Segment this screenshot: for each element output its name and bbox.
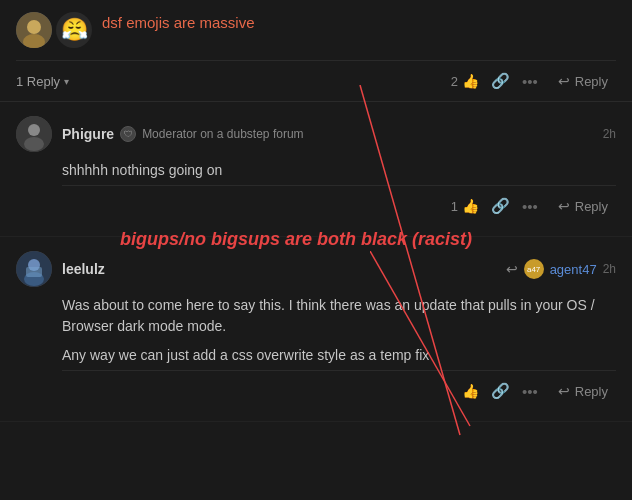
comment-header-2: leelulz ↩ a47 agent47 2h bbox=[16, 251, 616, 287]
mention-avatar: a47 bbox=[524, 259, 544, 279]
avatar-emoji: 😤 bbox=[56, 12, 92, 48]
comment-text-2b: Any way we can just add a css overwrite … bbox=[62, 345, 616, 366]
svg-point-5 bbox=[24, 137, 44, 151]
top-post: 😤 dsf emojis are massive bbox=[16, 12, 616, 56]
chevron-down-icon: ▾ bbox=[64, 76, 69, 87]
like-section: 2 👍 bbox=[451, 73, 479, 89]
comment-meta-2: leelulz bbox=[62, 261, 105, 277]
comment-1-actions: 1 👍 🔗 ••• ↩ Reply bbox=[451, 194, 616, 218]
comment-1-link-icon[interactable]: 🔗 bbox=[491, 197, 510, 215]
comment-1-more-icon[interactable]: ••• bbox=[522, 198, 538, 215]
avatar-leelulz bbox=[16, 251, 52, 287]
mention-username[interactable]: agent47 bbox=[550, 262, 597, 277]
svg-point-4 bbox=[28, 124, 40, 136]
reply-arrow-icon: ↩ bbox=[558, 73, 570, 89]
top-post-reply-button[interactable]: ↩ Reply bbox=[550, 69, 616, 93]
comment-2-reply-arrow-icon: ↩ bbox=[558, 383, 570, 399]
top-post-avatars: 😤 bbox=[16, 12, 92, 48]
comment-header-1: Phigure 🛡 Moderator on a dubstep forum 2… bbox=[16, 116, 616, 152]
link-icon[interactable]: 🔗 bbox=[491, 72, 510, 90]
svg-rect-10 bbox=[26, 267, 42, 277]
comment-author-1: Phigure 🛡 Moderator on a dubstep forum bbox=[16, 116, 304, 152]
comment-1-like-count: 1 bbox=[451, 199, 458, 214]
comment-1-reply-arrow-icon: ↩ bbox=[558, 198, 570, 214]
comment-2-reply-label: Reply bbox=[575, 384, 608, 399]
reply-mention-section: ↩ a47 agent47 2h bbox=[506, 259, 616, 279]
comment-2-thumbs-icon[interactable]: 👍 bbox=[462, 383, 479, 399]
username-phigure: Phigure bbox=[62, 126, 114, 142]
comment-body-2: Was about to come here to say this. I th… bbox=[62, 295, 616, 366]
comment-1-thumbs-icon[interactable]: 👍 bbox=[462, 198, 479, 214]
comment-2-action-bar: 👍 🔗 ••• ↩ Reply bbox=[62, 370, 616, 411]
comment-1-reply-label: Reply bbox=[575, 199, 608, 214]
mod-label: Moderator on a dubstep forum bbox=[142, 127, 303, 141]
comment-body-1: shhhhh nothings going on bbox=[62, 160, 616, 181]
top-post-content: dsf emojis are massive bbox=[102, 12, 616, 33]
comment-meta-1: Phigure 🛡 Moderator on a dubstep forum bbox=[62, 126, 304, 142]
username-leelulz: leelulz bbox=[62, 261, 105, 277]
reply-btn-label: Reply bbox=[575, 74, 608, 89]
annotation-container: bigups/no bigsups are both black (racist… bbox=[0, 237, 632, 422]
comment-2-link-icon[interactable]: 🔗 bbox=[491, 382, 510, 400]
comment-time-1: 2h bbox=[603, 127, 616, 141]
comment-1-like-section: 1 👍 bbox=[451, 198, 479, 214]
top-post-actions: 2 👍 🔗 ••• ↩ Reply bbox=[451, 69, 616, 93]
thumbs-up-icon[interactable]: 👍 bbox=[462, 73, 479, 89]
mention-arrow-icon: ↩ bbox=[506, 261, 518, 277]
comment-1-reply-button[interactable]: ↩ Reply bbox=[550, 194, 616, 218]
comment-phigure: Phigure 🛡 Moderator on a dubstep forum 2… bbox=[0, 102, 632, 237]
reply-count-section: 1 Reply ▾ bbox=[16, 74, 69, 89]
svg-point-1 bbox=[27, 20, 41, 34]
comment-author-2: leelulz bbox=[16, 251, 105, 287]
comment-text-2a: Was about to come here to say this. I th… bbox=[62, 295, 616, 337]
top-post-action-bar: 1 Reply ▾ 2 👍 🔗 ••• ↩ Reply bbox=[16, 60, 616, 101]
reply-count-label: 1 Reply bbox=[16, 74, 60, 89]
comment-time-2: 2h bbox=[603, 262, 616, 276]
comment-text-1: shhhhh nothings going on bbox=[62, 162, 222, 178]
avatar-user bbox=[16, 12, 52, 48]
mod-badge-icon: 🛡 bbox=[120, 126, 136, 142]
post-title: dsf emojis are massive bbox=[102, 12, 616, 33]
comment-2-reply-button[interactable]: ↩ Reply bbox=[550, 379, 616, 403]
comment-leelulz: leelulz ↩ a47 agent47 2h Was about to co… bbox=[0, 237, 632, 422]
comment-2-actions: 👍 🔗 ••• ↩ Reply bbox=[462, 379, 616, 403]
reply-count-button[interactable]: 1 Reply ▾ bbox=[16, 74, 69, 89]
comment-1-action-bar: 1 👍 🔗 ••• ↩ Reply bbox=[62, 185, 616, 226]
like-count: 2 bbox=[451, 74, 458, 89]
more-options-icon[interactable]: ••• bbox=[522, 73, 538, 90]
avatar-phigure bbox=[16, 116, 52, 152]
comment-2-more-icon[interactable]: ••• bbox=[522, 383, 538, 400]
